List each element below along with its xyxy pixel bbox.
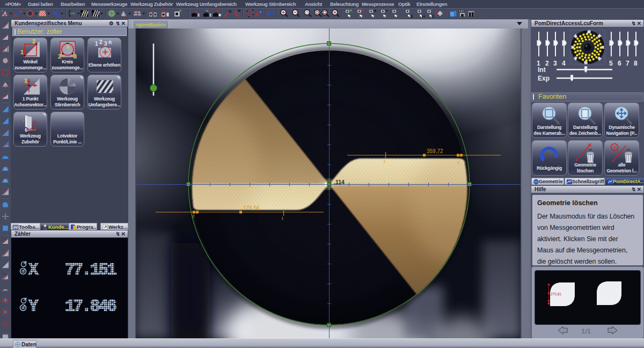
svg-text:C: C [431,14,435,19]
svg-text:1: 1 [66,43,69,49]
svg-text:1: 1 [95,41,98,47]
svg-text:S: S [410,14,413,19]
svg-text:2: 2 [457,160,460,165]
svg-text:X: X [28,260,39,279]
svg-text:123: 123 [2,272,6,276]
svg-text:2: 2 [99,39,103,45]
svg-text:H: H [422,14,425,19]
svg-text:1/1: 1/1 [581,327,591,335]
svg-text:n: n [108,39,112,45]
svg-text:2: 2 [545,60,549,67]
svg-text:Exp: Exp [538,75,550,82]
svg-text:1: 1 [383,159,386,164]
svg-text:Y: Y [28,297,39,316]
svg-text:179,56: 179,56 [243,205,260,211]
svg-text:270,61: 270,61 [551,292,561,296]
svg-text:1: 1 [281,216,284,221]
svg-text:1 2: 1 2 [2,33,5,36]
svg-text:Int: Int [538,66,546,74]
svg-text:4: 4 [562,60,566,67]
svg-text:77.151: 77.151 [65,260,116,279]
svg-text:3: 3 [553,60,557,67]
svg-text:8: 8 [634,60,638,67]
svg-text:1: 1 [24,77,27,84]
svg-text:17.846: 17.846 [65,297,116,316]
svg-text:3: 3 [104,41,107,47]
svg-text:2: 2 [32,39,35,45]
svg-text:2: 2 [192,214,195,219]
svg-text:,114: ,114 [334,179,345,185]
svg-text:359,72: 359,72 [427,148,443,154]
svg-text:1: 1 [20,49,24,55]
svg-text:1 2: 1 2 [2,237,5,240]
svg-text:5: 5 [609,60,613,67]
svg-text:7: 7 [626,60,630,67]
svg-text:6: 6 [618,60,621,67]
